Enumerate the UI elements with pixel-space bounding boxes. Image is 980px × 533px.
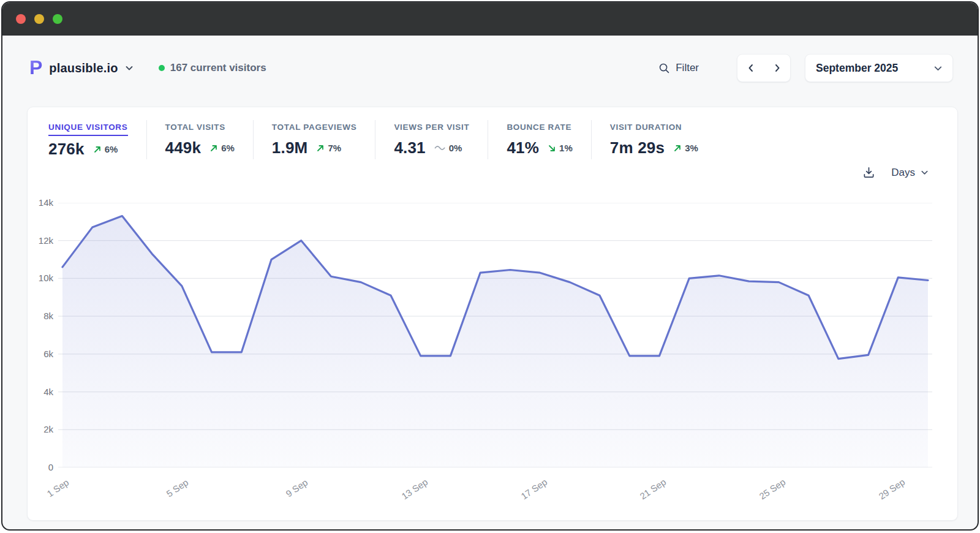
metric-label: TOTAL PAGEVIEWS	[272, 123, 357, 135]
metric-change-percent: 0%	[449, 143, 462, 153]
search-icon	[658, 62, 670, 74]
trend-icon	[548, 144, 556, 153]
y-axis-tick: 0	[28, 462, 53, 472]
x-axis-tick: 21 Sep	[638, 477, 668, 502]
metric-label: VIEWS PER VISIT	[394, 123, 469, 135]
period-nav	[737, 54, 791, 82]
y-axis-labels: 02k4k6k8k10k12k14k	[28, 203, 53, 467]
metric-label: BOUNCE RATE	[507, 123, 571, 135]
metric-change-percent: 1%	[559, 143, 573, 153]
metric-label: TOTAL VISITS	[165, 123, 225, 135]
y-axis-tick: 12k	[28, 235, 53, 246]
zoom-button[interactable]	[53, 14, 62, 24]
window-titlebar	[2, 2, 978, 36]
metric-change-percent: 3%	[685, 143, 698, 153]
y-axis-tick: 2k	[28, 424, 53, 434]
x-axis-tick: 9 Sep	[284, 477, 309, 499]
metric-change: 6%	[93, 144, 118, 154]
metric-value: 41%	[507, 138, 539, 157]
visitors-chart	[58, 203, 932, 467]
metric-label: VISIT DURATION	[610, 123, 682, 135]
filter-button[interactable]: Filter	[658, 62, 699, 74]
trend-icon	[209, 144, 218, 153]
metric-change-percent: 6%	[221, 143, 235, 153]
date-range-label: September 2025	[816, 62, 898, 75]
metric-value: 1.9M	[272, 138, 308, 157]
chevron-down-icon	[920, 168, 929, 177]
previous-period-button[interactable]	[737, 55, 764, 81]
x-axis-tick: 13 Sep	[399, 477, 429, 502]
current-visitors-label: 167 current visitors	[170, 62, 266, 74]
y-axis-tick: 14k	[28, 197, 53, 208]
chart-controls: Days	[862, 166, 929, 179]
metric-tab-visit-duration[interactable]: VISIT DURATION 7m 29s 3%	[592, 120, 717, 159]
analytics-card: UNIQUE VISITORS 276k 6% TOTAL VISITS 449…	[27, 107, 958, 521]
metric-change: 6%	[209, 143, 235, 153]
metric-change: 1%	[548, 143, 573, 153]
dashboard-header: P plausible.io 167 current visitors Filt…	[2, 36, 978, 94]
x-axis-labels: 1 Sep5 Sep9 Sep13 Sep17 Sep21 Sep25 Sep2…	[58, 472, 932, 509]
minimize-button[interactable]	[34, 14, 44, 24]
metric-tab-total-visits[interactable]: TOTAL VISITS 449k 6%	[147, 120, 254, 159]
x-axis-tick: 29 Sep	[877, 477, 907, 502]
y-axis-tick: 8k	[28, 311, 53, 321]
metric-tab-unique-visitors[interactable]: UNIQUE VISITORS 276k 6%	[28, 120, 147, 159]
download-icon	[862, 166, 875, 179]
y-axis-tick: 6k	[28, 349, 53, 359]
x-axis-tick: 17 Sep	[519, 477, 549, 502]
close-button[interactable]	[16, 14, 26, 24]
y-axis-tick: 4k	[28, 387, 53, 397]
metrics-row: UNIQUE VISITORS 276k 6% TOTAL VISITS 449…	[28, 120, 717, 159]
metric-change: 7%	[316, 143, 341, 153]
metric-change: 3%	[673, 143, 698, 153]
metric-change: 0%	[434, 143, 462, 153]
next-period-button[interactable]	[764, 55, 790, 81]
trend-icon	[93, 145, 102, 154]
interval-label: Days	[891, 167, 915, 179]
x-axis-tick: 1 Sep	[45, 477, 70, 499]
x-axis-tick: 25 Sep	[758, 477, 788, 502]
metric-value: 276k	[48, 140, 85, 159]
trend-icon	[673, 144, 682, 153]
current-visitors[interactable]: 167 current visitors	[159, 62, 266, 74]
metric-change-percent: 7%	[328, 143, 341, 153]
trend-icon	[316, 144, 325, 153]
download-button[interactable]	[862, 166, 875, 179]
chevron-left-icon	[747, 64, 755, 72]
metric-label: UNIQUE VISITORS	[48, 123, 128, 136]
area-chart-canvas	[58, 203, 932, 467]
chevron-down-icon	[933, 63, 943, 74]
live-dot-icon	[159, 65, 165, 71]
app-window: P plausible.io 167 current visitors Filt…	[1, 1, 979, 531]
metric-tab-bounce-rate[interactable]: BOUNCE RATE 41% 1%	[488, 120, 591, 159]
metric-value: 4.31	[394, 138, 425, 157]
x-axis-tick: 5 Sep	[164, 477, 190, 499]
date-range-dropdown[interactable]: September 2025	[805, 54, 953, 82]
chevron-right-icon	[773, 64, 782, 72]
metric-value: 7m 29s	[610, 138, 665, 157]
plausible-logo-icon: P	[29, 58, 42, 77]
site-switcher-chevron-down-icon[interactable]	[124, 63, 134, 73]
interval-dropdown[interactable]: Days	[891, 167, 929, 179]
y-axis-tick: 10k	[28, 273, 53, 283]
metric-tab-total-pageviews[interactable]: TOTAL PAGEVIEWS 1.9M 7%	[254, 120, 376, 159]
trend-icon	[434, 145, 446, 151]
metric-tab-views-per-visit[interactable]: VIEWS PER VISIT 4.31 0%	[375, 120, 488, 159]
metric-value: 449k	[165, 138, 202, 157]
site-name[interactable]: plausible.io	[49, 61, 118, 75]
metric-change-percent: 6%	[105, 144, 118, 154]
filter-label: Filter	[676, 62, 699, 74]
